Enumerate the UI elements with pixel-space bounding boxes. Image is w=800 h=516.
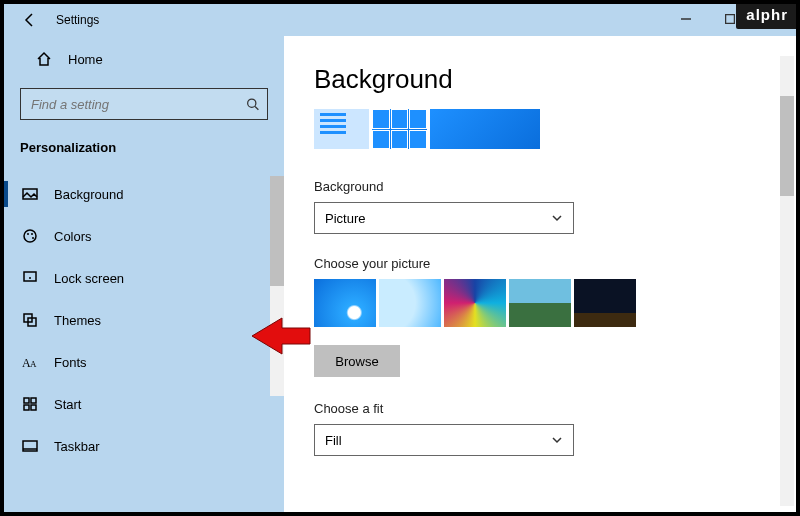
- picture-thumb-5[interactable]: [574, 279, 636, 327]
- browse-button[interactable]: Browse: [314, 345, 400, 377]
- nav-label: Start: [54, 397, 81, 412]
- nav-themes[interactable]: Themes: [4, 299, 284, 341]
- nav-background[interactable]: Background: [4, 173, 284, 215]
- window-title: Settings: [56, 13, 99, 27]
- taskbar-icon: [20, 438, 40, 454]
- svg-rect-14: [24, 405, 29, 410]
- preview-panel-tiles: [372, 109, 427, 149]
- preview-row: [314, 109, 756, 149]
- palette-icon: [20, 228, 40, 244]
- nav-fonts[interactable]: AA Fonts: [4, 341, 284, 383]
- nav-label: Themes: [54, 313, 101, 328]
- svg-point-3: [24, 230, 36, 242]
- search-icon: [246, 97, 259, 111]
- svg-rect-12: [24, 398, 29, 403]
- section-title: Personalization: [4, 134, 284, 173]
- choose-fit-label: Choose a fit: [314, 401, 756, 416]
- svg-point-4: [27, 233, 29, 235]
- picture-thumb-1[interactable]: [314, 279, 376, 327]
- titlebar: Settings: [4, 4, 796, 36]
- home-nav[interactable]: Home: [4, 40, 284, 78]
- preview-panel-desktop: [430, 109, 540, 149]
- main-scrollbar[interactable]: [780, 56, 794, 506]
- nav-taskbar[interactable]: Taskbar: [4, 425, 284, 467]
- svg-point-5: [31, 233, 33, 235]
- nav-label: Taskbar: [54, 439, 100, 454]
- nav-lock-screen[interactable]: Lock screen: [4, 257, 284, 299]
- svg-rect-13: [31, 398, 36, 403]
- svg-rect-0: [726, 15, 735, 24]
- svg-rect-7: [24, 272, 36, 281]
- picture-thumbnails: [314, 279, 756, 327]
- fit-dropdown[interactable]: Fill: [314, 424, 574, 456]
- picture-thumb-2[interactable]: [379, 279, 441, 327]
- picture-thumb-4[interactable]: [509, 279, 571, 327]
- minimize-button[interactable]: [664, 4, 708, 34]
- chevron-down-icon: [551, 434, 563, 446]
- dropdown-value: Picture: [325, 211, 365, 226]
- dropdown-value: Fill: [325, 433, 342, 448]
- sidebar-scrollbar[interactable]: [270, 176, 284, 396]
- lock-screen-icon: [20, 270, 40, 286]
- home-label: Home: [68, 52, 103, 67]
- page-heading: Background: [314, 64, 756, 95]
- nav-label: Lock screen: [54, 271, 124, 286]
- search-input[interactable]: [31, 97, 246, 112]
- site-badge: alphr: [736, 2, 798, 29]
- fonts-icon: AA: [20, 355, 40, 369]
- svg-point-1: [247, 99, 255, 107]
- search-box[interactable]: [20, 88, 268, 120]
- svg-rect-15: [31, 405, 36, 410]
- background-dropdown[interactable]: Picture: [314, 202, 574, 234]
- nav-colors[interactable]: Colors: [4, 215, 284, 257]
- sidebar: Home Personalization Background Colors: [4, 36, 284, 512]
- choose-picture-label: Choose your picture: [314, 256, 756, 271]
- start-icon: [20, 396, 40, 412]
- themes-icon: [20, 312, 40, 328]
- picture-thumb-3[interactable]: [444, 279, 506, 327]
- nav-label: Colors: [54, 229, 92, 244]
- svg-text:A: A: [30, 359, 37, 369]
- home-icon: [34, 51, 54, 67]
- main-content: Background Background Picture Choose you…: [284, 36, 796, 512]
- chevron-down-icon: [551, 212, 563, 224]
- nav-label: Background: [54, 187, 123, 202]
- back-button[interactable]: [16, 6, 44, 34]
- background-label: Background: [314, 179, 756, 194]
- svg-point-6: [32, 237, 34, 239]
- picture-icon: [20, 186, 40, 202]
- nav-start[interactable]: Start: [4, 383, 284, 425]
- preview-panel-sidebar: [314, 109, 369, 149]
- nav-label: Fonts: [54, 355, 87, 370]
